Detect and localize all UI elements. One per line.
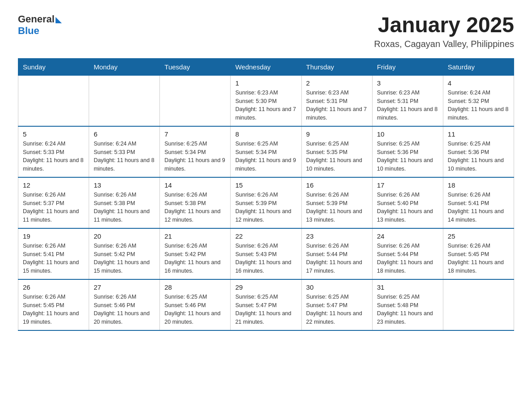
day-info: Sunrise: 6:23 AM Sunset: 5:30 PM Dayligh… (235, 89, 296, 122)
day-info: Sunrise: 6:26 AM Sunset: 5:45 PM Dayligh… (448, 242, 509, 275)
calendar-cell (18, 75, 89, 126)
day-info: Sunrise: 6:23 AM Sunset: 5:31 PM Dayligh… (306, 89, 368, 122)
day-number: 16 (306, 181, 368, 189)
day-info: Sunrise: 6:26 AM Sunset: 5:41 PM Dayligh… (448, 191, 509, 224)
calendar-week-row: 5Sunrise: 6:24 AM Sunset: 5:33 PM Daylig… (18, 126, 514, 177)
day-number: 21 (164, 232, 226, 240)
calendar-cell: 29Sunrise: 6:25 AM Sunset: 5:47 PM Dayli… (231, 279, 301, 330)
day-number: 1 (235, 79, 296, 87)
day-info: Sunrise: 6:26 AM Sunset: 5:44 PM Dayligh… (377, 242, 438, 275)
day-info: Sunrise: 6:25 AM Sunset: 5:48 PM Dayligh… (377, 293, 438, 326)
calendar-cell: 18Sunrise: 6:26 AM Sunset: 5:41 PM Dayli… (443, 177, 514, 228)
calendar-cell: 21Sunrise: 6:26 AM Sunset: 5:42 PM Dayli… (160, 228, 231, 279)
calendar-cell (443, 279, 514, 330)
calendar-day-header: Wednesday (231, 58, 301, 75)
day-number: 29 (235, 283, 296, 291)
calendar-table: SundayMondayTuesdayWednesdayThursdayFrid… (18, 58, 514, 331)
day-number: 14 (164, 181, 226, 189)
calendar-header-row: SundayMondayTuesdayWednesdayThursdayFrid… (18, 58, 514, 75)
day-number: 12 (23, 181, 84, 189)
logo-general-text: General (18, 13, 55, 25)
calendar-cell: 3Sunrise: 6:23 AM Sunset: 5:31 PM Daylig… (372, 75, 443, 126)
calendar-cell: 5Sunrise: 6:24 AM Sunset: 5:33 PM Daylig… (18, 126, 89, 177)
calendar-cell: 25Sunrise: 6:26 AM Sunset: 5:45 PM Dayli… (443, 228, 514, 279)
calendar-cell: 1Sunrise: 6:23 AM Sunset: 5:30 PM Daylig… (231, 75, 301, 126)
day-info: Sunrise: 6:26 AM Sunset: 5:42 PM Dayligh… (164, 242, 226, 275)
day-number: 30 (306, 283, 368, 291)
day-info: Sunrise: 6:26 AM Sunset: 5:43 PM Dayligh… (235, 242, 296, 275)
day-info: Sunrise: 6:25 AM Sunset: 5:46 PM Dayligh… (164, 293, 226, 326)
day-info: Sunrise: 6:26 AM Sunset: 5:46 PM Dayligh… (94, 293, 155, 326)
day-number: 13 (94, 181, 155, 189)
day-number: 17 (377, 181, 438, 189)
day-info: Sunrise: 6:23 AM Sunset: 5:31 PM Dayligh… (377, 89, 438, 122)
calendar-cell: 9Sunrise: 6:25 AM Sunset: 5:35 PM Daylig… (301, 126, 372, 177)
day-number: 6 (94, 130, 155, 138)
day-number: 7 (164, 130, 226, 138)
calendar-cell: 6Sunrise: 6:24 AM Sunset: 5:33 PM Daylig… (89, 126, 160, 177)
day-number: 31 (377, 283, 438, 291)
calendar-week-row: 12Sunrise: 6:26 AM Sunset: 5:37 PM Dayli… (18, 177, 514, 228)
day-info: Sunrise: 6:25 AM Sunset: 5:36 PM Dayligh… (377, 140, 438, 173)
day-info: Sunrise: 6:26 AM Sunset: 5:37 PM Dayligh… (23, 191, 84, 224)
calendar-day-header: Sunday (18, 58, 89, 75)
calendar-day-header: Friday (372, 58, 443, 75)
calendar-cell: 17Sunrise: 6:26 AM Sunset: 5:40 PM Dayli… (372, 177, 443, 228)
day-info: Sunrise: 6:26 AM Sunset: 5:38 PM Dayligh… (94, 191, 155, 224)
calendar-cell: 13Sunrise: 6:26 AM Sunset: 5:38 PM Dayli… (89, 177, 160, 228)
day-number: 9 (306, 130, 368, 138)
day-number: 8 (235, 130, 296, 138)
day-number: 4 (448, 79, 509, 87)
calendar-week-row: 26Sunrise: 6:26 AM Sunset: 5:45 PM Dayli… (18, 279, 514, 330)
day-info: Sunrise: 6:24 AM Sunset: 5:33 PM Dayligh… (23, 140, 84, 173)
calendar-cell: 8Sunrise: 6:25 AM Sunset: 5:34 PM Daylig… (231, 126, 301, 177)
day-number: 18 (448, 181, 509, 189)
day-number: 27 (94, 283, 155, 291)
calendar-cell (89, 75, 160, 126)
calendar-cell: 16Sunrise: 6:26 AM Sunset: 5:39 PM Dayli… (301, 177, 372, 228)
day-info: Sunrise: 6:25 AM Sunset: 5:47 PM Dayligh… (306, 293, 368, 326)
day-number: 25 (448, 232, 509, 240)
day-info: Sunrise: 6:24 AM Sunset: 5:33 PM Dayligh… (94, 140, 155, 173)
calendar-cell: 26Sunrise: 6:26 AM Sunset: 5:45 PM Dayli… (18, 279, 89, 330)
day-info: Sunrise: 6:26 AM Sunset: 5:42 PM Dayligh… (94, 242, 155, 275)
calendar-cell (160, 75, 231, 126)
calendar-day-header: Monday (89, 58, 160, 75)
calendar-cell: 19Sunrise: 6:26 AM Sunset: 5:41 PM Dayli… (18, 228, 89, 279)
day-info: Sunrise: 6:26 AM Sunset: 5:41 PM Dayligh… (23, 242, 84, 275)
calendar-cell: 10Sunrise: 6:25 AM Sunset: 5:36 PM Dayli… (372, 126, 443, 177)
page-subtitle: Roxas, Cagayan Valley, Philippines (374, 39, 514, 49)
day-number: 11 (448, 130, 509, 138)
calendar-cell: 4Sunrise: 6:24 AM Sunset: 5:32 PM Daylig… (443, 75, 514, 126)
day-info: Sunrise: 6:26 AM Sunset: 5:39 PM Dayligh… (235, 191, 296, 224)
calendar-cell: 2Sunrise: 6:23 AM Sunset: 5:31 PM Daylig… (301, 75, 372, 126)
calendar-cell: 20Sunrise: 6:26 AM Sunset: 5:42 PM Dayli… (89, 228, 160, 279)
day-info: Sunrise: 6:26 AM Sunset: 5:38 PM Dayligh… (164, 191, 226, 224)
logo-triangle-icon (56, 17, 62, 23)
day-info: Sunrise: 6:25 AM Sunset: 5:34 PM Dayligh… (235, 140, 296, 173)
calendar-week-row: 19Sunrise: 6:26 AM Sunset: 5:41 PM Dayli… (18, 228, 514, 279)
day-info: Sunrise: 6:26 AM Sunset: 5:45 PM Dayligh… (23, 293, 84, 326)
day-info: Sunrise: 6:26 AM Sunset: 5:39 PM Dayligh… (306, 191, 368, 224)
calendar-week-row: 1Sunrise: 6:23 AM Sunset: 5:30 PM Daylig… (18, 75, 514, 126)
day-number: 5 (23, 130, 84, 138)
day-number: 3 (377, 79, 438, 87)
day-number: 26 (23, 283, 84, 291)
day-number: 24 (377, 232, 438, 240)
day-number: 20 (94, 232, 155, 240)
logo-blue-text: Blue (18, 25, 62, 37)
day-number: 22 (235, 232, 296, 240)
calendar-cell: 14Sunrise: 6:26 AM Sunset: 5:38 PM Dayli… (160, 177, 231, 228)
calendar-day-header: Thursday (301, 58, 372, 75)
day-number: 2 (306, 79, 368, 87)
calendar-cell: 27Sunrise: 6:26 AM Sunset: 5:46 PM Dayli… (89, 279, 160, 330)
calendar-cell: 11Sunrise: 6:25 AM Sunset: 5:36 PM Dayli… (443, 126, 514, 177)
calendar-cell: 23Sunrise: 6:26 AM Sunset: 5:44 PM Dayli… (301, 228, 372, 279)
day-number: 19 (23, 232, 84, 240)
calendar-day-header: Saturday (443, 58, 514, 75)
page-header: General Blue January 2025 Roxas, Cagayan… (18, 13, 514, 49)
day-number: 15 (235, 181, 296, 189)
day-info: Sunrise: 6:25 AM Sunset: 5:35 PM Dayligh… (306, 140, 368, 173)
calendar-cell: 24Sunrise: 6:26 AM Sunset: 5:44 PM Dayli… (372, 228, 443, 279)
calendar-cell: 22Sunrise: 6:26 AM Sunset: 5:43 PM Dayli… (231, 228, 301, 279)
